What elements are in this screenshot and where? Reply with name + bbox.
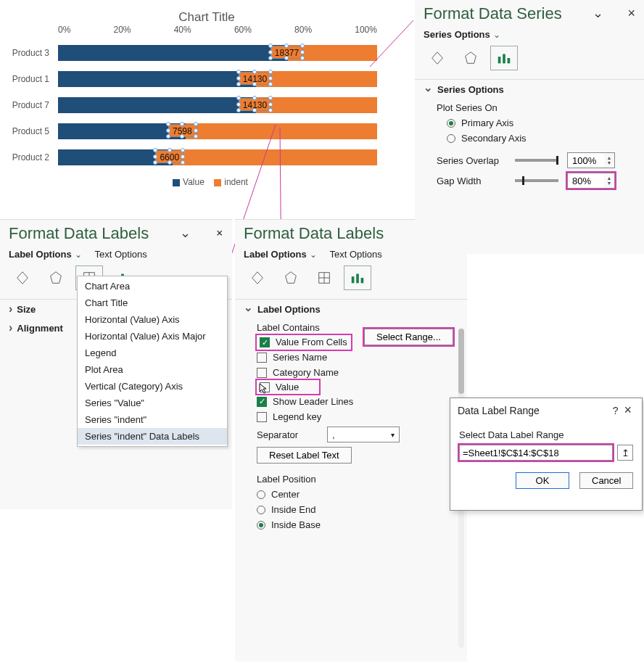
close-icon[interactable]: +: [210, 223, 230, 243]
reset-label-text-button[interactable]: Reset Label Text: [257, 447, 352, 464]
bar-value[interactable]: [58, 45, 288, 61]
tab-label-options[interactable]: Label Options: [9, 249, 72, 260]
label-options-icon[interactable]: [344, 265, 371, 290]
selection-handle[interactable]: [284, 44, 289, 48]
scrollbar-thumb[interactable]: [458, 329, 464, 394]
dropdown-item[interactable]: Series "indent" Data Labels: [78, 428, 227, 445]
selection-handle[interactable]: [236, 102, 241, 107]
select-range-button[interactable]: Select Range...: [364, 329, 453, 345]
tab-series-options[interactable]: Series Options: [424, 29, 490, 40]
separator-select[interactable]: ,▾: [327, 427, 400, 442]
selection-handle[interactable]: [153, 148, 157, 152]
selection-handle[interactable]: [166, 122, 170, 126]
selection-handle[interactable]: [236, 82, 241, 86]
help-icon[interactable]: ?: [610, 405, 622, 416]
radio-inside-base[interactable]: [257, 521, 265, 530]
bar-row[interactable]: Product 57598: [58, 123, 377, 139]
cancel-button[interactable]: Cancel: [579, 472, 633, 489]
dropdown-item[interactable]: Vertical (Category) Axis: [78, 378, 227, 395]
ok-button[interactable]: OK: [516, 472, 569, 489]
dropdown-item[interactable]: Legend: [78, 345, 227, 361]
tab-label-options[interactable]: Label Options: [244, 249, 307, 260]
chevron-down-icon[interactable]: ⌄: [75, 250, 82, 260]
size-properties-icon[interactable]: [310, 265, 338, 290]
collapse-dialog-icon[interactable]: ↥: [617, 445, 633, 461]
chevron-down-icon[interactable]: ⌄: [177, 225, 194, 241]
selection-handle[interactable]: [268, 50, 273, 54]
spinner-up-icon[interactable]: ▲: [604, 176, 614, 181]
fill-icon[interactable]: [9, 265, 36, 290]
dropdown-item[interactable]: Chart Title: [78, 295, 227, 311]
range-input[interactable]: [459, 445, 613, 461]
checkbox-show-leader-lines[interactable]: ✓: [257, 397, 267, 407]
section-label-options[interactable]: Label Options: [235, 300, 467, 318]
radio-center[interactable]: [257, 490, 265, 499]
selection-handle[interactable]: [268, 56, 273, 60]
input-series-overlap[interactable]: ▲▼: [567, 152, 615, 168]
bar-value[interactable]: [58, 97, 256, 113]
radio-secondary-axis[interactable]: [447, 134, 455, 143]
dropdown-item[interactable]: Horizontal (Value) Axis: [78, 311, 227, 328]
chevron-down-icon[interactable]: ⌄: [493, 30, 500, 40]
spinner-down-icon[interactable]: ▼: [604, 181, 614, 186]
selection-handle[interactable]: [168, 148, 172, 152]
checkbox-legend-key[interactable]: [257, 412, 267, 422]
data-label[interactable]: 7598: [168, 124, 197, 137]
selection-handle[interactable]: [236, 70, 241, 74]
dropdown-item[interactable]: Series "Value": [78, 395, 227, 411]
bar-row[interactable]: Product 26600: [58, 149, 377, 165]
data-label[interactable]: 14130: [239, 98, 271, 111]
bar-row[interactable]: Product 318377: [58, 45, 377, 61]
tab-text-options[interactable]: Text Options: [95, 249, 147, 260]
selection-handle[interactable]: [236, 76, 241, 81]
tab-text-options[interactable]: Text Options: [330, 249, 382, 260]
plot-area[interactable]: 0% 20% 40% 60% 80% 100% Product 318377Pr…: [58, 29, 377, 174]
selection-handle[interactable]: [194, 134, 198, 139]
selection-handle[interactable]: [166, 128, 170, 133]
selection-handle[interactable]: [166, 134, 170, 139]
spinner-up-icon[interactable]: ▲: [604, 155, 614, 160]
dropdown-item[interactable]: Series "indent": [78, 411, 227, 428]
selection-handle[interactable]: [168, 160, 172, 165]
radio-inside-end[interactable]: [257, 506, 265, 514]
spinner-down-icon[interactable]: ▼: [604, 160, 614, 165]
close-icon[interactable]: ×: [621, 403, 635, 418]
selection-handle[interactable]: [194, 128, 198, 133]
selection-handle[interactable]: [268, 44, 273, 48]
series-options-icon[interactable]: [490, 46, 518, 70]
close-icon[interactable]: ×: [624, 6, 638, 21]
data-label[interactable]: 14130: [239, 72, 271, 85]
chevron-down-icon[interactable]: ⌄: [310, 250, 317, 260]
selection-handle[interactable]: [236, 108, 241, 112]
radio-primary-axis[interactable]: [447, 119, 455, 128]
dropdown-item[interactable]: Plot Area: [78, 361, 227, 378]
effects-icon[interactable]: [457, 46, 484, 70]
selection-handle[interactable]: [180, 122, 184, 126]
slider-gap-width[interactable]: [515, 179, 558, 182]
input-gap-width[interactable]: ▲▼: [567, 173, 615, 189]
effects-icon[interactable]: [277, 265, 305, 290]
slider-series-overlap[interactable]: [515, 159, 558, 162]
bar-value[interactable]: [58, 71, 256, 87]
checkbox-category-name[interactable]: [257, 368, 267, 378]
chart-element-dropdown[interactable]: Chart AreaChart TitleHorizontal (Value) …: [77, 276, 228, 447]
selection-handle[interactable]: [236, 96, 241, 100]
checkbox-series-name[interactable]: [257, 353, 267, 363]
checkbox-value-from-cells[interactable]: ✓: [260, 337, 270, 347]
bar-row[interactable]: Product 114130: [58, 71, 377, 87]
chart[interactable]: Chart Title 0% 20% 40% 60% 80% 100% Prod…: [0, 0, 413, 218]
effects-icon[interactable]: [42, 265, 70, 290]
bar-row[interactable]: Product 714130: [58, 97, 377, 113]
dropdown-item[interactable]: Chart Area: [78, 278, 227, 295]
selection-handle[interactable]: [194, 122, 198, 126]
data-label[interactable]: 6600: [155, 150, 183, 163]
selection-handle[interactable]: [252, 70, 257, 74]
dropdown-item[interactable]: Horizontal (Value) Axis Major: [78, 328, 227, 345]
selection-handle[interactable]: [153, 155, 157, 159]
fill-icon[interactable]: [424, 46, 451, 70]
selection-handle[interactable]: [252, 96, 257, 100]
data-label[interactable]: 18377: [271, 46, 303, 59]
fill-icon[interactable]: [244, 265, 271, 290]
chevron-down-icon[interactable]: ⌄: [590, 5, 606, 21]
section-series-options[interactable]: Series Options: [415, 80, 644, 99]
